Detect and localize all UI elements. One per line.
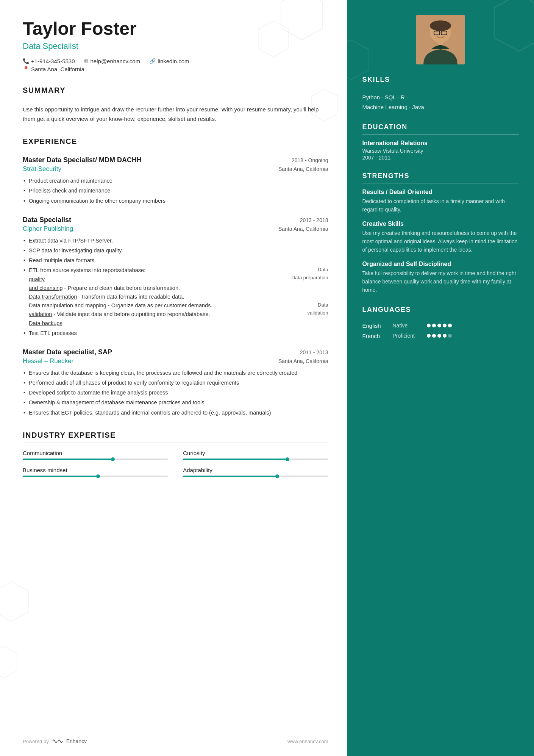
linkedin-value: linkedin.com — [158, 58, 189, 64]
bullet-item: Pricelists check and maintenance — [23, 186, 328, 195]
education-divider — [362, 134, 519, 135]
strengths-divider — [362, 183, 519, 183]
exp-entry-2: Data Specialist 2013 - 2018 Cipher Publi… — [23, 216, 328, 338]
expertise-adaptability: Adaptability — [183, 467, 328, 477]
exp-entry-1: Master Data Specialist/ MDM DACHH 2018 -… — [23, 156, 328, 205]
exp-sub-1: Strat Security Santa Ana, California — [23, 165, 328, 174]
strength-title-1: Results / Detail Oriented — [362, 189, 519, 196]
edu-school: Warsaw Vistula University — [362, 148, 519, 154]
lang-name-english: English — [362, 322, 393, 329]
website-url: www.enhancv.com — [287, 739, 328, 744]
languages-section: LANGUAGES English Native French Proficie… — [362, 306, 519, 339]
bullet-item: Test ETL processes — [23, 329, 328, 338]
exp-date-1: 2018 - Ongoing — [292, 157, 328, 163]
expertise-label-adaptability: Adaptability — [183, 467, 328, 473]
summary-section: SUMMARY Use this opportunity to intrigue… — [23, 86, 328, 124]
expertise-fill-curiosity — [183, 459, 287, 460]
lang-french: French Proficient — [362, 333, 519, 339]
lang-dot — [443, 334, 447, 338]
skills-line2: Machine Learning · Java — [362, 102, 519, 112]
expertise-fill-adaptability — [183, 476, 277, 477]
bullet-item: Ensures that the database is keeping cle… — [23, 369, 328, 377]
skills-divider — [362, 87, 519, 87]
bullet-item: Performed audit of all phases of product… — [23, 379, 328, 387]
lang-dot — [437, 324, 441, 327]
bullet-item: Extract data via FTP/SFTP Server. — [23, 236, 328, 245]
lang-dot — [427, 324, 431, 327]
strength-1: Results / Detail Oriented Dedicated to c… — [362, 189, 519, 214]
lang-english: English Native — [362, 322, 519, 329]
industry-expertise-section: INDUSTRY EXPERTISE Communication Curiosi… — [23, 431, 328, 477]
lang-dot — [437, 334, 441, 338]
email-item: ✉ help@enhancv.com — [84, 58, 141, 64]
expertise-dot-business — [96, 474, 100, 478]
skills-title: SKILLS — [362, 76, 519, 84]
summary-text: Use this opportunity to intrigue and dra… — [23, 105, 328, 124]
bullet-item: Ownership & management of database maint… — [23, 398, 328, 407]
linkedin-item[interactable]: 🔗 linkedin.com — [149, 58, 189, 64]
industry-expertise-title: INDUSTRY EXPERTISE — [23, 431, 328, 440]
location-item: 📍 Santa Ana, California — [23, 66, 84, 72]
exp-sub-2: Cipher Publishing Santa Ana, California — [23, 225, 328, 233]
bullet-item: SCP data for investigating data quality. — [23, 246, 328, 255]
edu-years: 2007 - 2011 — [362, 155, 519, 161]
expertise-bar-adaptability — [183, 476, 328, 477]
expertise-grid: Communication Curiosity Business mindset — [23, 450, 328, 477]
expertise-business: Business mindset — [23, 467, 168, 477]
strength-title-2: Creative Skills — [362, 221, 519, 227]
exp-title-1: Master Data Specialist/ MDM DACHH — [23, 156, 142, 164]
summary-divider — [23, 98, 328, 98]
link-icon: 🔗 — [149, 58, 156, 64]
strengths-title: STRENGTHS — [362, 172, 519, 180]
experience-section: EXPERIENCE Master Data Specialist/ MDM D… — [23, 137, 328, 417]
exp-header-3: Master Data specialist, SAP 2011 - 2013 — [23, 348, 328, 356]
strength-title-3: Organized and Self Disciplined — [362, 261, 519, 268]
svg-point-9 — [430, 20, 451, 31]
brand-name: Enhancv — [66, 738, 87, 744]
location-icon: 📍 — [23, 66, 29, 72]
left-footer: Powered by Enhancv www.enhancv.com — [23, 738, 328, 745]
email-value: help@enhancv.com — [91, 58, 141, 64]
lang-dot — [432, 334, 436, 338]
languages-divider — [362, 317, 519, 317]
contact-row-1: 📞 +1-914-345-5530 ✉ help@enhancv.com 🔗 l… — [23, 58, 328, 64]
summary-title: SUMMARY — [23, 86, 328, 95]
expertise-label-curiosity: Curiosity — [183, 450, 328, 456]
lang-dot — [443, 324, 447, 327]
powered-by-label: Powered by — [23, 739, 49, 744]
education-section: EDUCATION International Relations Warsaw… — [362, 123, 519, 161]
expertise-label-communication: Communication — [23, 450, 168, 456]
svg-marker-5 — [494, 0, 534, 51]
lang-level-french: Proficient — [393, 333, 427, 339]
expertise-bar-business — [23, 476, 168, 477]
education-title: EDUCATION — [362, 123, 519, 131]
skills-section: SKILLS Python · SQL · R · Machine Learni… — [362, 76, 519, 112]
svg-marker-6 — [347, 40, 368, 80]
bullet-item: Product creation and maintenance — [23, 177, 328, 185]
svg-marker-1 — [258, 21, 289, 57]
exp-header-2: Data Specialist 2013 - 2018 — [23, 216, 328, 224]
experience-title: EXPERIENCE — [23, 137, 328, 146]
exp-bullets-1: Product creation and maintenance Priceli… — [23, 177, 328, 205]
expertise-dot-curiosity — [286, 457, 289, 461]
expertise-dot-adaptability — [275, 474, 279, 478]
exp-bullets-2: Extract data via FTP/SFTP Server. SCP da… — [23, 236, 328, 338]
phone-icon: 📞 — [23, 58, 29, 64]
strengths-section: STRENGTHS Results / Detail Oriented Dedi… — [362, 172, 519, 294]
expertise-label-business: Business mindset — [23, 467, 168, 473]
exp-sub-3: Hessel – Ruecker Santa Ana, California — [23, 357, 328, 366]
svg-marker-4 — [0, 646, 17, 678]
exp-bullets-3: Ensures that the database is keeping cle… — [23, 369, 328, 417]
resume-wrapper: Taylor Foster Data Specialist 📞 +1-914-3… — [0, 0, 534, 756]
industry-expertise-divider — [23, 443, 328, 443]
strength-desc-2: Use my creative thinking and resourceful… — [362, 229, 519, 254]
exp-date-2: 2013 - 2018 — [300, 217, 328, 223]
exp-location-1: Santa Ana, California — [278, 166, 328, 172]
exp-company-2: Cipher Publishing — [23, 225, 73, 233]
strength-desc-1: Dedicated to completion of tasks in a ti… — [362, 197, 519, 214]
expertise-fill-communication — [23, 459, 113, 460]
lang-dot — [448, 334, 452, 338]
strength-3: Organized and Self Disciplined Take full… — [362, 261, 519, 294]
exp-date-3: 2011 - 2013 — [300, 349, 328, 355]
exp-title-2: Data Specialist — [23, 216, 71, 224]
